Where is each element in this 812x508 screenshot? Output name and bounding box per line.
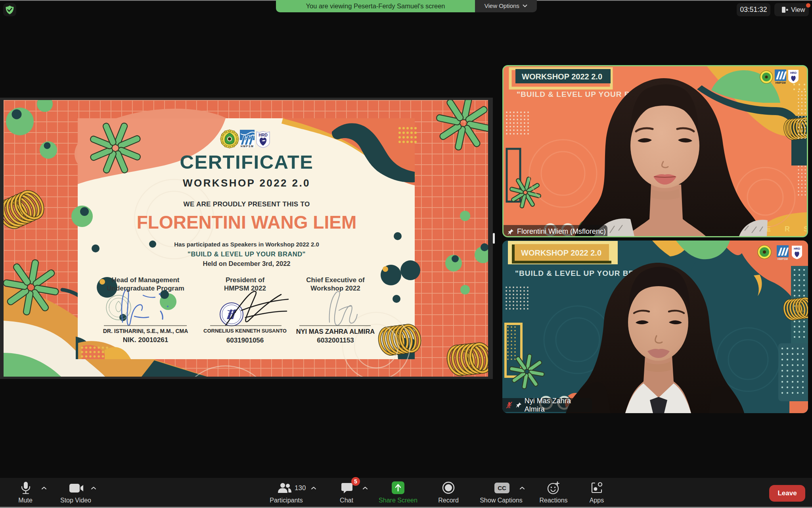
svg-text:WORKSHOP 2022 2.0: WORKSHOP 2022 2.0 [521,248,601,257]
svg-text:HRD: HRD [794,247,801,250]
svg-text:HMPSM: HMPSM [775,81,785,84]
svg-text:HMPSM: HMPSM [241,145,254,148]
svg-text:WORKSHOP 2022 2.0: WORKSHOP 2022 2.0 [522,72,602,81]
svg-text:HMPSM: HMPSM [778,258,788,260]
svg-text:HRD: HRD [259,133,268,137]
svg-text:HRD: HRD [790,71,797,75]
